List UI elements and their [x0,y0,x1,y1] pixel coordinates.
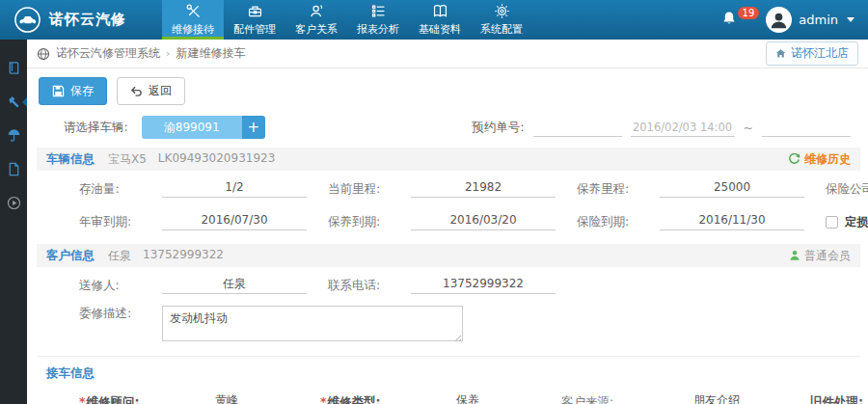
book-icon [7,61,21,75]
field-label: 保险到期: [577,214,654,230]
form-toolbar: 保存 返回 [27,68,868,113]
service-advisor-input[interactable] [154,393,299,404]
vehicle-select-row: 请选择车辆: 渝899091 + 预约单号: ~ [37,113,860,148]
nav-label: 维修接待 [172,22,214,37]
file-icon [7,162,21,176]
back-button[interactable]: 返回 [117,77,185,105]
nav-customer-relations[interactable]: 客户关系 [285,0,347,40]
damage-assessment-label: 定损车辆 [845,214,868,230]
nav-system-config[interactable]: 系统配置 [471,0,532,40]
top-header: 诺怀云汽修 维修接待 配件管理 客户关系 [0,0,868,40]
damage-assessment-checkbox[interactable] [826,216,838,229]
save-button[interactable]: 保存 [39,77,107,105]
notifications-bell-icon[interactable] [721,11,737,30]
store-selector-button[interactable]: 诺怀江北店 [766,41,858,66]
return-arrow-icon [130,85,143,97]
sidebar-item-insurance[interactable] [0,119,27,152]
field-label: 旧件处理: [810,394,868,404]
people-icon [307,3,327,19]
field-label: 存油量: [79,181,156,198]
reception-info-title: 接车信息 [37,356,860,384]
field-label: 维修顾问: [87,394,140,404]
field-label: 客户来源: [561,394,638,404]
required-mark: * [79,394,86,404]
nav-label: 系统配置 [480,22,523,37]
logo-car-icon [14,6,41,34]
nav-label: 客户关系 [295,22,338,37]
book-icon [430,3,450,19]
vehicle-info-title: 车辆信息 [46,151,95,168]
appointment-label: 预约单号: [472,120,524,136]
appointment-date-end-input[interactable] [762,118,851,137]
chevron-down-icon[interactable] [847,17,854,22]
field-label: 维修类型: [328,394,381,404]
sidebar-item-repair-tools[interactable] [0,85,27,119]
umbrella-icon [7,128,21,143]
maintenance-mileage-input[interactable] [660,180,804,198]
play-circle-icon [7,196,21,210]
app-title: 诺怀云汽修 [49,11,126,29]
save-icon [52,85,65,97]
nav-repair-reception[interactable]: 维修接待 [162,0,224,40]
nav-report-analysis[interactable]: 报表分析 [347,0,409,40]
appointment-number-input[interactable] [533,118,622,137]
nav-label: 报表分析 [357,22,399,37]
appointment-group: 预约单号: ~ [472,118,851,137]
sender-name-input[interactable] [162,277,307,294]
appointment-date-input[interactable] [631,118,735,137]
person-icon [768,9,790,31]
repair-description-textarea[interactable]: 发动机抖动 [162,306,463,341]
vehicle-info-section-header: 车辆信息 宝马X5 LK09493020931923 维修历史 [37,148,860,171]
vehicle-fields-grid: 存油量: 当前里程: 保养里程: 保险公司: 年审到期: 保养到期: 保险到期:… [37,171,860,236]
user-avatar[interactable] [766,7,792,33]
fuel-level-input[interactable] [162,180,307,198]
nav-basic-data[interactable]: 基础资料 [409,0,471,40]
breadcrumb-separator: › [166,47,170,60]
notification-count-badge[interactable]: 19 [738,7,760,19]
repair-history-link[interactable]: 维修历史 [788,151,851,168]
field-label: 保险公司: [826,181,868,198]
username[interactable]: admin [799,13,838,27]
selected-vehicle-plate-chip[interactable]: 渝899091 [142,116,242,139]
vehicle-model: 宝马X5 [108,151,147,168]
member-level-label: 普通会员 [804,248,851,264]
toolbox-icon [245,3,265,19]
field-label: 保养到期: [328,214,405,230]
vehicle-vin: LK09493020931923 [158,151,275,168]
sidebar-item-document[interactable] [0,152,27,186]
annual-inspection-due-input[interactable] [162,213,307,230]
user-area: 19 admin [721,0,868,40]
customer-info-title: 客户信息 [46,248,95,264]
gear-icon [492,3,512,19]
home-icon [775,48,786,59]
app-logo[interactable]: 诺怀云汽修 [0,0,162,40]
nav-label: 配件管理 [233,22,276,37]
maintenance-due-input[interactable] [411,213,556,230]
field-label: 年审到期: [79,214,156,230]
sidebar-item-play[interactable] [0,186,27,220]
back-label: 返回 [149,83,172,99]
breadcrumb-root[interactable]: 诺怀云汽修管理系统 [56,45,160,62]
globe-icon [37,47,50,61]
customer-source-input[interactable] [644,393,789,404]
customer-info-section-header: 客户信息 任泉 13752999322 普通会员 [37,244,860,267]
tools-icon [183,3,203,19]
date-range-separator: ~ [744,121,753,135]
insurance-due-input[interactable] [660,213,804,230]
field-label: 当前里程: [328,181,405,198]
report-icon [368,3,389,19]
field-label: 委修描述: [79,306,156,322]
add-vehicle-button[interactable]: + [242,116,265,139]
breadcrumb: 诺怀云汽修管理系统 › 新建维修接车 诺怀江北店 [27,40,868,68]
repair-description-row: 委修描述: 发动机抖动 [37,300,860,354]
nav-label: 基础资料 [419,22,461,37]
current-mileage-input[interactable] [411,180,556,198]
customer-fields-grid: 送修人: 联系电话: [37,267,860,300]
sidebar-item-book[interactable] [0,51,27,85]
repair-type-input[interactable] [395,393,540,404]
field-label: 保养里程: [577,181,654,198]
breadcrumb-current: 新建维修接车 [176,45,245,62]
nav-parts-management[interactable]: 配件管理 [224,0,285,40]
repair-history-label: 维修历史 [804,151,851,168]
contact-phone-input[interactable] [411,277,556,294]
